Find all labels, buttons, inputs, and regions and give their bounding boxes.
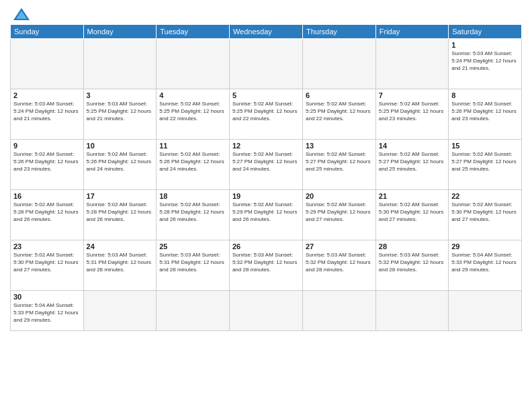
date-number: 25	[159, 242, 226, 250]
calendar-cell: 7Sunrise: 5:02 AM Sunset: 5:25 PM Daylig…	[375, 89, 448, 140]
weekday-header-thursday: Thursday	[302, 25, 375, 39]
date-number: 8	[451, 91, 519, 99]
calendar-cell: 30Sunrise: 5:04 AM Sunset: 5:33 PM Dayli…	[11, 291, 84, 331]
calendar-cell: 2Sunrise: 5:03 AM Sunset: 5:24 PM Daylig…	[11, 89, 84, 140]
logo-icon	[12, 7, 31, 21]
weekday-header-row: SundayMondayTuesdayWednesdayThursdayFrid…	[11, 25, 522, 39]
date-number: 23	[13, 242, 81, 250]
cell-info: Sunrise: 5:03 AM Sunset: 5:31 PM Dayligh…	[87, 252, 154, 273]
date-number: 27	[306, 242, 373, 250]
weekday-header-friday: Friday	[375, 25, 448, 39]
header	[10, 7, 522, 19]
date-number: 18	[159, 192, 226, 200]
date-number: 19	[232, 192, 300, 200]
weekday-header-tuesday: Tuesday	[157, 25, 230, 39]
calendar-cell: 9Sunrise: 5:02 AM Sunset: 5:26 PM Daylig…	[11, 140, 84, 190]
cell-info: Sunrise: 5:02 AM Sunset: 5:25 PM Dayligh…	[306, 101, 373, 122]
cell-info: Sunrise: 5:02 AM Sunset: 5:27 PM Dayligh…	[306, 151, 373, 173]
logo-text	[10, 7, 31, 21]
cell-info: Sunrise: 5:02 AM Sunset: 5:25 PM Dayligh…	[379, 101, 445, 122]
weekday-header-monday: Monday	[83, 25, 157, 39]
cell-info: Sunrise: 5:02 AM Sunset: 5:28 PM Dayligh…	[159, 201, 226, 223]
calendar: SundayMondayTuesdayWednesdayThursdayFrid…	[10, 24, 522, 331]
calendar-cell: 18Sunrise: 5:02 AM Sunset: 5:28 PM Dayli…	[157, 190, 230, 240]
calendar-cell	[229, 291, 302, 331]
weekday-header-sunday: Sunday	[11, 25, 84, 39]
cell-info: Sunrise: 5:02 AM Sunset: 5:26 PM Dayligh…	[87, 151, 154, 173]
calendar-cell	[375, 291, 448, 331]
date-number: 2	[13, 91, 81, 99]
calendar-cell: 29Sunrise: 5:04 AM Sunset: 5:33 PM Dayli…	[449, 240, 522, 291]
calendar-cell	[302, 39, 375, 89]
calendar-cell: 14Sunrise: 5:02 AM Sunset: 5:27 PM Dayli…	[375, 140, 448, 190]
calendar-cell: 10Sunrise: 5:02 AM Sunset: 5:26 PM Dayli…	[83, 140, 157, 190]
page: SundayMondayTuesdayWednesdayThursdayFrid…	[0, 0, 532, 411]
calendar-cell: 11Sunrise: 5:02 AM Sunset: 5:26 PM Dayli…	[157, 140, 230, 190]
date-number: 24	[87, 242, 154, 250]
calendar-cell: 6Sunrise: 5:02 AM Sunset: 5:25 PM Daylig…	[302, 89, 375, 140]
calendar-cell	[83, 291, 157, 331]
calendar-cell: 17Sunrise: 5:02 AM Sunset: 5:28 PM Dayli…	[83, 190, 157, 240]
date-number: 4	[159, 91, 226, 99]
calendar-cell: 27Sunrise: 5:03 AM Sunset: 5:32 PM Dayli…	[302, 240, 375, 291]
cell-info: Sunrise: 5:03 AM Sunset: 5:24 PM Dayligh…	[451, 50, 519, 72]
calendar-cell: 8Sunrise: 5:02 AM Sunset: 5:26 PM Daylig…	[449, 89, 522, 140]
calendar-row-1: 2Sunrise: 5:03 AM Sunset: 5:24 PM Daylig…	[11, 89, 522, 140]
weekday-header-wednesday: Wednesday	[229, 25, 302, 39]
calendar-cell	[449, 291, 522, 331]
calendar-cell: 20Sunrise: 5:02 AM Sunset: 5:29 PM Dayli…	[302, 190, 375, 240]
cell-info: Sunrise: 5:02 AM Sunset: 5:29 PM Dayligh…	[306, 201, 373, 223]
calendar-cell: 21Sunrise: 5:02 AM Sunset: 5:30 PM Dayli…	[375, 190, 448, 240]
calendar-cell: 16Sunrise: 5:02 AM Sunset: 5:28 PM Dayli…	[11, 190, 84, 240]
calendar-cell	[157, 39, 230, 89]
date-number: 26	[232, 242, 300, 250]
calendar-cell: 19Sunrise: 5:02 AM Sunset: 5:29 PM Dayli…	[229, 190, 302, 240]
cell-info: Sunrise: 5:03 AM Sunset: 5:31 PM Dayligh…	[159, 252, 226, 273]
calendar-row-4: 23Sunrise: 5:02 AM Sunset: 5:30 PM Dayli…	[11, 240, 522, 291]
date-number: 5	[232, 91, 300, 99]
date-number: 15	[451, 142, 519, 150]
cell-info: Sunrise: 5:04 AM Sunset: 5:33 PM Dayligh…	[13, 302, 81, 324]
date-number: 20	[306, 192, 373, 200]
calendar-cell	[83, 39, 157, 89]
calendar-cell: 26Sunrise: 5:03 AM Sunset: 5:32 PM Dayli…	[229, 240, 302, 291]
date-number: 29	[451, 242, 519, 250]
calendar-cell: 25Sunrise: 5:03 AM Sunset: 5:31 PM Dayli…	[157, 240, 230, 291]
calendar-cell	[229, 39, 302, 89]
date-number: 3	[87, 91, 154, 99]
date-number: 22	[451, 192, 519, 200]
cell-info: Sunrise: 5:02 AM Sunset: 5:27 PM Dayligh…	[451, 151, 519, 173]
cell-info: Sunrise: 5:02 AM Sunset: 5:30 PM Dayligh…	[13, 252, 81, 273]
cell-info: Sunrise: 5:03 AM Sunset: 5:24 PM Dayligh…	[13, 101, 81, 122]
calendar-cell	[375, 39, 448, 89]
date-number: 21	[379, 192, 445, 200]
calendar-cell: 28Sunrise: 5:03 AM Sunset: 5:32 PM Dayli…	[375, 240, 448, 291]
calendar-cell: 24Sunrise: 5:03 AM Sunset: 5:31 PM Dayli…	[83, 240, 157, 291]
calendar-row-5: 30Sunrise: 5:04 AM Sunset: 5:33 PM Dayli…	[11, 291, 522, 331]
calendar-row-2: 9Sunrise: 5:02 AM Sunset: 5:26 PM Daylig…	[11, 140, 522, 190]
cell-info: Sunrise: 5:03 AM Sunset: 5:32 PM Dayligh…	[379, 252, 445, 273]
date-number: 12	[232, 142, 300, 150]
cell-info: Sunrise: 5:02 AM Sunset: 5:28 PM Dayligh…	[13, 201, 81, 223]
date-number: 10	[87, 142, 154, 150]
calendar-cell: 12Sunrise: 5:02 AM Sunset: 5:27 PM Dayli…	[229, 140, 302, 190]
cell-info: Sunrise: 5:02 AM Sunset: 5:30 PM Dayligh…	[379, 201, 445, 223]
cell-info: Sunrise: 5:02 AM Sunset: 5:26 PM Dayligh…	[451, 101, 519, 122]
calendar-cell: 15Sunrise: 5:02 AM Sunset: 5:27 PM Dayli…	[449, 140, 522, 190]
date-number: 1	[451, 41, 519, 49]
cell-info: Sunrise: 5:02 AM Sunset: 5:26 PM Dayligh…	[13, 151, 81, 173]
cell-info: Sunrise: 5:02 AM Sunset: 5:25 PM Dayligh…	[159, 101, 226, 122]
cell-info: Sunrise: 5:02 AM Sunset: 5:25 PM Dayligh…	[232, 101, 300, 122]
cell-info: Sunrise: 5:03 AM Sunset: 5:32 PM Dayligh…	[306, 252, 373, 273]
cell-info: Sunrise: 5:03 AM Sunset: 5:25 PM Dayligh…	[87, 101, 154, 122]
date-number: 30	[13, 293, 81, 301]
cell-info: Sunrise: 5:02 AM Sunset: 5:30 PM Dayligh…	[451, 201, 519, 223]
calendar-cell: 23Sunrise: 5:02 AM Sunset: 5:30 PM Dayli…	[11, 240, 84, 291]
date-number: 13	[306, 142, 373, 150]
calendar-cell: 13Sunrise: 5:02 AM Sunset: 5:27 PM Dayli…	[302, 140, 375, 190]
calendar-cell	[157, 291, 230, 331]
date-number: 11	[159, 142, 226, 150]
calendar-cell: 1Sunrise: 5:03 AM Sunset: 5:24 PM Daylig…	[449, 39, 522, 89]
date-number: 6	[306, 91, 373, 99]
cell-info: Sunrise: 5:03 AM Sunset: 5:32 PM Dayligh…	[232, 252, 300, 273]
